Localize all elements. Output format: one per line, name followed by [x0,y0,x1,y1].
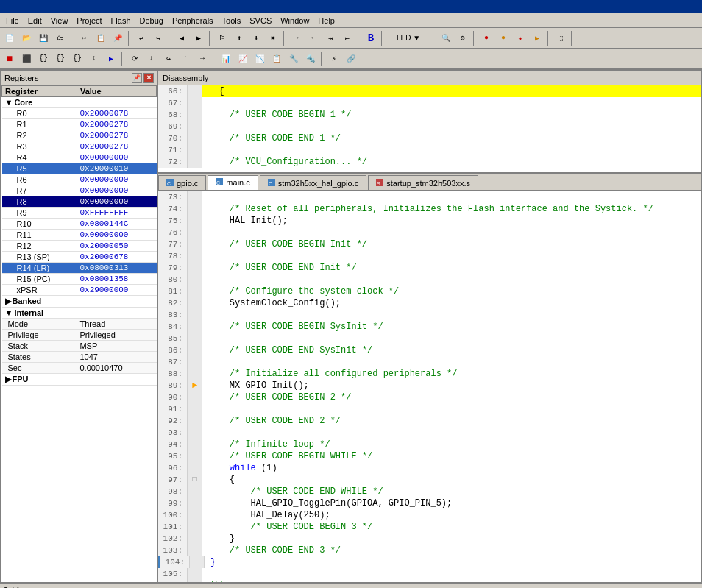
indent-btn[interactable]: → [288,30,305,46]
undo-btn[interactable]: ↩ [133,30,149,46]
save-all-btn[interactable]: 🗂 [52,30,68,46]
panel-pin-icon[interactable]: 📌 [132,73,142,83]
code-text: /* Initialize all configured peripherals… [202,368,701,380]
reg-row[interactable]: R20x20000278 [2,130,157,141]
menu-help[interactable]: Help [313,15,339,26]
debug-reset-btn[interactable]: ⟳ [127,51,143,67]
target-sel[interactable]: LED ▼ [386,30,430,46]
menu-svcs[interactable]: SVCS [245,15,276,26]
paste-btn[interactable]: 📌 [110,30,126,46]
tab-icon-2: C [268,179,275,188]
code-line: 90: /* USER CODE BEGIN 2 */ [158,392,701,403]
search-btn[interactable]: 🔍 [438,30,454,46]
debug-extra1-btn[interactable]: ⚡ [326,51,342,67]
menu-debug[interactable]: Debug [135,15,168,26]
reg-row[interactable]: R110x00000000 [2,230,157,241]
debug-out-btn[interactable]: ↑ [177,51,194,67]
circle-btn[interactable]: ● [478,30,494,46]
reg-row[interactable]: R60x00000000 [2,174,157,185]
outdent2-btn[interactable]: ⇤ [339,30,355,46]
expand-btn-icon[interactable]: □ [192,474,196,486]
tab-stm32h5xx_hal_gpio.c[interactable]: Cstm32h5xx_hal_gpio.c [260,175,366,190]
menu-tools[interactable]: Tools [218,15,246,26]
reg-row[interactable]: R120x20000050 [2,241,157,252]
redo-btn[interactable]: ↪ [150,30,166,46]
debug-view5-btn[interactable]: 🔧 [286,51,302,67]
debug-bp2-btn[interactable]: {} [52,51,68,67]
debug-stop-btn[interactable]: ■ [1,51,18,67]
menu-view[interactable]: View [46,15,73,26]
fwd-btn[interactable]: ▶ [191,30,207,46]
open-btn[interactable]: 📂 [18,30,35,46]
debug-stop2-btn[interactable]: ⬛ [18,51,35,67]
debug-run-cursor-btn[interactable]: → [194,51,210,67]
reg-row[interactable]: R90xFFFFFFFF [2,208,157,219]
indent2-btn[interactable]: ⇥ [322,30,338,46]
prev-bm-btn[interactable]: ⬆ [231,30,247,46]
menu-edit[interactable]: Edit [24,15,46,26]
build-btn[interactable]: B [363,30,379,46]
debug-view3-btn[interactable]: 📉 [252,51,268,67]
next-bm-btn[interactable]: ⬇ [248,30,264,46]
line-marker [188,403,202,415]
debug-extra2-btn[interactable]: 🔗 [343,51,359,67]
new-btn[interactable]: 📄 [1,30,18,46]
reg-row[interactable]: R13 (SP)0x20000678 [2,252,157,263]
code-line: 66: { [158,85,701,97]
sep1 [71,31,74,46]
cut-btn[interactable]: ✂ [76,30,92,46]
panel-close-icon[interactable]: ✕ [143,73,154,83]
menu-flash[interactable]: Flash [107,15,135,26]
tab-main.c[interactable]: Cmain.c [208,175,258,190]
line-marker [188,286,202,297]
tab-icon-3: S [376,179,383,188]
code-line: 70: /* USER CODE END 1 */ [158,132,701,144]
line-number: 105: [158,568,188,580]
debug-bp-btn[interactable]: {} [35,51,52,67]
outdent-btn[interactable]: ← [305,30,322,46]
star-btn[interactable]: ★ [512,30,528,46]
back-btn[interactable]: ◀ [174,30,190,46]
save-btn[interactable]: 💾 [35,30,52,46]
debug-view2-btn[interactable]: 📈 [235,51,251,67]
reg-row[interactable]: R14 (LR)0x08000313 [2,263,157,274]
line-number: 99: [158,497,188,509]
reg-row[interactable]: R100x0800144C [2,219,157,230]
reg-row[interactable]: R30x20000278 [2,141,157,152]
reg-row[interactable]: R15 (PC)0x08001358 [2,274,157,285]
menu-file[interactable]: File [1,15,24,26]
reg-row[interactable]: R70x00000000 [2,185,157,196]
debug-view4-btn[interactable]: 📋 [269,51,285,67]
circle2-btn[interactable]: ● [495,30,511,46]
view-btn[interactable]: ⬚ [553,30,569,46]
bookmark-btn[interactable]: 🏳 [214,30,230,46]
code-line: 67: [158,97,701,109]
debug-run-btn[interactable]: ▶ [103,51,119,67]
arrow-marker-icon: ► [192,380,197,392]
run-btn[interactable]: ▶ [529,30,545,46]
internal-key: Privilege [2,330,77,341]
clear-bm-btn[interactable]: ✖ [265,30,281,46]
reg-row[interactable]: R10x20000278 [2,119,157,130]
code-main-content[interactable]: 73:74: /* Reset of all peripherals, Init… [158,191,701,582]
reg-row[interactable]: R80x00000000 [2,196,157,208]
tab-startup_stm32h503xx.s[interactable]: Sstartup_stm32h503xx.s [368,175,478,190]
debug-over-btn[interactable]: ↪ [160,51,177,67]
menu-peripherals[interactable]: Peripherals [168,15,218,26]
reg-name: R15 (PC) [2,274,77,285]
reg-row[interactable]: R40x00000000 [2,152,157,163]
debug-bp4-btn[interactable]: ↕ [86,51,102,67]
menu-window[interactable]: Window [276,15,313,26]
copy-btn[interactable]: 📋 [93,30,109,46]
gear-btn[interactable]: ⚙ [455,30,471,46]
debug-bp3-btn[interactable]: {} [69,51,85,67]
tab-gpio.c[interactable]: Cgpio.c [158,175,206,190]
reg-row[interactable]: xPSR0x29000000 [2,285,157,296]
debug-view6-btn[interactable]: 🔩 [302,51,319,67]
reg-row[interactable]: R00x20000078 [2,108,157,119]
line-number: 98: [158,486,188,497]
reg-row[interactable]: R50x20000010 [2,163,157,174]
debug-step-btn[interactable]: ↓ [143,51,160,67]
menu-project[interactable]: Project [72,15,106,26]
debug-view1-btn[interactable]: 📊 [218,51,234,67]
